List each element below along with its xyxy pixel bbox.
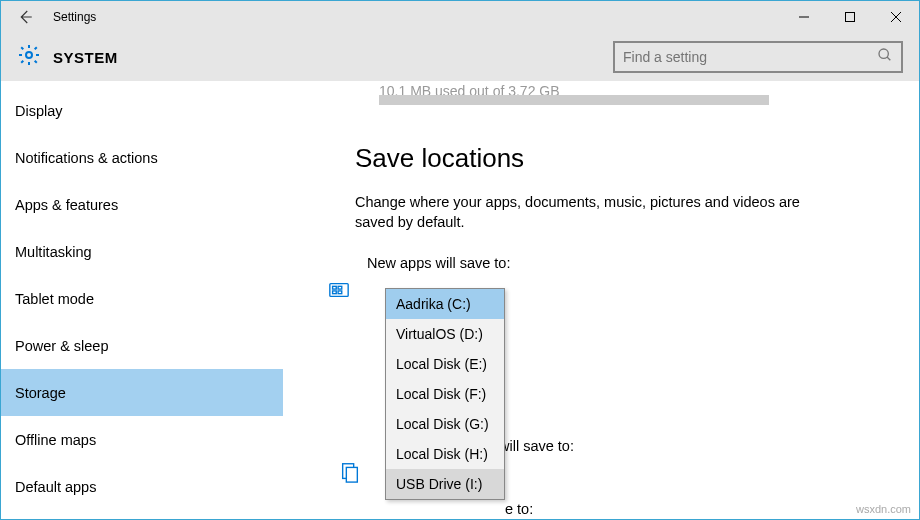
svg-rect-10 bbox=[333, 291, 337, 294]
svg-rect-1 bbox=[846, 13, 855, 22]
maximize-icon bbox=[845, 12, 855, 22]
sidebar-item-offline-maps[interactable]: Offline maps bbox=[1, 416, 283, 463]
svg-point-5 bbox=[879, 49, 888, 58]
svg-rect-9 bbox=[338, 286, 342, 289]
svg-rect-13 bbox=[346, 467, 357, 482]
save-locations-heading: Save locations bbox=[355, 143, 895, 174]
sidebar-item-power-sleep[interactable]: Power & sleep bbox=[1, 322, 283, 369]
minimize-icon bbox=[799, 12, 809, 22]
sidebar-item-tablet-mode[interactable]: Tablet mode bbox=[1, 275, 283, 322]
sidebar: Display Notifications & actions Apps & f… bbox=[1, 81, 283, 520]
documents-label-fragment: will save to: bbox=[499, 438, 574, 454]
dropdown-option[interactable]: VirtualOS (D:) bbox=[386, 319, 504, 349]
dropdown-option[interactable]: Local Disk (E:) bbox=[386, 349, 504, 379]
maximize-button[interactable] bbox=[827, 1, 873, 33]
dropdown-option[interactable]: Aadrika (C:) bbox=[386, 289, 504, 319]
usage-bar bbox=[379, 95, 769, 105]
search-input[interactable] bbox=[623, 49, 877, 65]
dropdown-option[interactable]: Local Disk (H:) bbox=[386, 439, 504, 469]
save-locations-description: Change where your apps, documents, music… bbox=[355, 192, 835, 233]
gear-icon bbox=[17, 43, 41, 71]
dropdown-option[interactable]: Local Disk (F:) bbox=[386, 379, 504, 409]
svg-point-4 bbox=[26, 52, 32, 58]
close-button[interactable] bbox=[873, 1, 919, 33]
search-box[interactable] bbox=[613, 41, 903, 73]
svg-rect-7 bbox=[330, 283, 348, 296]
watermark: wsxdn.com bbox=[856, 503, 911, 515]
back-button[interactable] bbox=[1, 1, 49, 33]
music-label-fragment: e to: bbox=[505, 501, 533, 517]
back-arrow-icon bbox=[16, 8, 34, 26]
svg-rect-11 bbox=[338, 291, 342, 294]
window-title: Settings bbox=[53, 10, 96, 24]
new-apps-label: New apps will save to: bbox=[367, 255, 895, 271]
dropdown-option[interactable]: Local Disk (G:) bbox=[386, 409, 504, 439]
section-title: SYSTEM bbox=[53, 49, 118, 66]
window-controls bbox=[781, 1, 919, 33]
header: SYSTEM bbox=[1, 33, 919, 81]
sidebar-item-storage[interactable]: Storage bbox=[1, 369, 283, 416]
close-icon bbox=[891, 12, 901, 22]
sidebar-item-display[interactable]: Display bbox=[1, 87, 283, 134]
drive-dropdown[interactable]: Aadrika (C:) VirtualOS (D:) Local Disk (… bbox=[385, 288, 505, 500]
sidebar-item-apps-features[interactable]: Apps & features bbox=[1, 181, 283, 228]
minimize-button[interactable] bbox=[781, 1, 827, 33]
content: 10.1 MB used out of 3.72 GB Save locatio… bbox=[283, 81, 919, 520]
svg-line-6 bbox=[887, 57, 890, 60]
documents-icon bbox=[339, 461, 361, 487]
sidebar-item-default-apps[interactable]: Default apps bbox=[1, 463, 283, 510]
sidebar-item-multitasking[interactable]: Multitasking bbox=[1, 228, 283, 275]
svg-rect-8 bbox=[333, 286, 337, 289]
dropdown-option[interactable]: USB Drive (I:) bbox=[386, 469, 504, 499]
search-icon bbox=[877, 47, 893, 67]
titlebar: Settings bbox=[1, 1, 919, 33]
sidebar-item-notifications[interactable]: Notifications & actions bbox=[1, 134, 283, 181]
apps-icon bbox=[327, 279, 351, 301]
